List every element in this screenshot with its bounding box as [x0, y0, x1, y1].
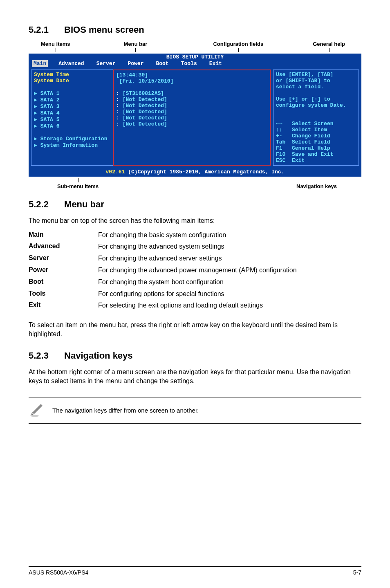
- tab-boot[interactable]: Boot: [154, 60, 170, 67]
- heading-5-2-2: 5.2.2 Menu bar: [29, 199, 361, 210]
- help-line-3: select a field.: [276, 84, 356, 90]
- footer-right: 5-7: [353, 569, 361, 576]
- bios-left-panel: System Time System Date ▶ SATA 1 ▶ SATA …: [31, 70, 113, 166]
- bios-screen: BIOS SETUP UTILITY Main Advanced Server …: [29, 54, 361, 177]
- section2-outro: To select an item on the menu bar, press…: [29, 321, 361, 338]
- help-line-2: or [SHIFT-TAB] to: [276, 78, 356, 84]
- label-menu-bar: Menu bar: [124, 41, 148, 52]
- note-row: The navigation keys differ from one scre…: [29, 402, 361, 419]
- svg-point-0: [31, 415, 39, 417]
- menu-definition-list: Main For changing the basic system confi…: [29, 231, 361, 314]
- bios-footer: v02.61 (C)Copyright 1985-2010, American …: [29, 168, 361, 177]
- value-sata-1: : [ST3160812AS]: [116, 90, 267, 97]
- tab-power[interactable]: Power: [126, 60, 145, 67]
- item-storage-config[interactable]: ▶ Storage Configuration: [34, 135, 110, 142]
- section3-body: At the bottom right corner of a menu scr…: [29, 368, 361, 385]
- def-boot: Boot For changing the system boot config…: [29, 278, 361, 287]
- item-system-info[interactable]: ▶ System Information: [34, 142, 110, 148]
- nav-exit: ESC Exit: [276, 157, 356, 164]
- page-footer: ASUS RS500A-X6/PS4 5-7: [29, 566, 361, 576]
- item-sata-1[interactable]: ▶ SATA 1: [34, 90, 110, 97]
- tab-server[interactable]: Server: [95, 60, 117, 67]
- help-line-4: Use [+] or [-] to: [276, 96, 356, 102]
- item-system-date[interactable]: System Date: [34, 78, 110, 84]
- heading-title: BIOS menu screen: [64, 25, 144, 35]
- bios-title: BIOS SETUP UTILITY: [29, 54, 361, 60]
- bios-version: v02.61: [106, 169, 125, 175]
- label-config-fields: Configuration fields: [213, 41, 263, 52]
- value-time[interactable]: [13:44:30]: [116, 72, 267, 78]
- tab-exit[interactable]: Exit: [208, 60, 224, 67]
- value-date[interactable]: [Fri, 10/15/2010]: [116, 78, 267, 84]
- help-line-5: configure system Date.: [276, 102, 356, 108]
- item-system-time[interactable]: System Time: [34, 72, 110, 78]
- value-sata-6: : [Not Detected]: [116, 121, 267, 127]
- item-sata-3[interactable]: ▶ SATA 3: [34, 103, 110, 110]
- heading-number: 5.2.2: [29, 199, 49, 210]
- def-main: Main For changing the basic system confi…: [29, 231, 361, 240]
- heading-number: 5.2.1: [29, 25, 49, 35]
- nav-select-screen: ←→ Select Screen: [276, 121, 356, 127]
- nav-select-item: ↑↓ Select Item: [276, 127, 356, 133]
- tab-tools[interactable]: Tools: [179, 60, 199, 67]
- bios-center-panel: [13:44:30] [Fri, 10/15/2010] : [ST316081…: [113, 70, 271, 166]
- def-tools: Tools For configuring options for specia…: [29, 290, 361, 298]
- label-menu-items: Menu items: [41, 41, 70, 52]
- value-sata-4: : [Not Detected]: [116, 109, 267, 115]
- value-sata-2: : [Not Detected]: [116, 97, 267, 103]
- value-sata-5: : [Not Detected]: [116, 115, 267, 121]
- item-sata-5[interactable]: ▶ SATA 5: [34, 116, 110, 123]
- section2-intro: The menu bar on top of the screen has th…: [29, 216, 361, 225]
- nav-general-help: F1 General Help: [276, 145, 356, 151]
- label-submenu-items: Sub-menu items: [57, 178, 99, 189]
- bios-right-panel: Use [ENTER], [TAB] or [SHIFT-TAB] to sel…: [273, 70, 359, 166]
- nav-save-exit: F10 Save and Exit: [276, 151, 356, 157]
- footer-left: ASUS RS500A-X6/PS4: [29, 569, 88, 576]
- tab-main[interactable]: Main: [32, 60, 48, 67]
- bios-copyright: (C)Copyright 1985-2010, American Megatre…: [125, 169, 284, 175]
- top-annotation-row: Menu items Menu bar Configuration fields…: [29, 41, 361, 52]
- pen-icon: [29, 402, 45, 419]
- bios-tabs: Main Advanced Server Power Boot Tools Ex…: [29, 60, 361, 67]
- note-divider-top: [29, 397, 361, 397]
- heading-title: Navigation keys: [64, 350, 133, 361]
- item-sata-2[interactable]: ▶ SATA 2: [34, 97, 110, 103]
- value-sata-3: : [Not Detected]: [116, 103, 267, 109]
- item-sata-4[interactable]: ▶ SATA 4: [34, 110, 110, 116]
- heading-5-2-1: 5.2.1 BIOS menu screen: [29, 25, 361, 35]
- def-advanced: Advanced For changing the advanced syste…: [29, 242, 361, 251]
- help-line-1: Use [ENTER], [TAB]: [276, 72, 356, 78]
- def-server: Server For changing the advanced server …: [29, 254, 361, 263]
- heading-number: 5.2.3: [29, 350, 49, 361]
- heading-5-2-3: 5.2.3 Navigation keys: [29, 350, 361, 361]
- def-exit: Exit For selecting the exit options and …: [29, 301, 361, 310]
- tab-advanced[interactable]: Advanced: [57, 60, 85, 67]
- def-power: Power For changing the advanced power ma…: [29, 266, 361, 275]
- nav-select-field: Tab Select Field: [276, 139, 356, 145]
- nav-change-field: +- Change Field: [276, 133, 356, 139]
- note-text: The navigation keys differ from one scre…: [52, 407, 199, 414]
- heading-title: Menu bar: [64, 199, 104, 209]
- label-navigation-keys: Navigation keys: [296, 178, 337, 189]
- item-sata-6[interactable]: ▶ SATA 6: [34, 123, 110, 129]
- note-divider-bottom: [29, 423, 361, 424]
- label-general-help: General help: [313, 41, 345, 52]
- bottom-annotation-row: Sub-menu items Navigation keys: [29, 178, 361, 189]
